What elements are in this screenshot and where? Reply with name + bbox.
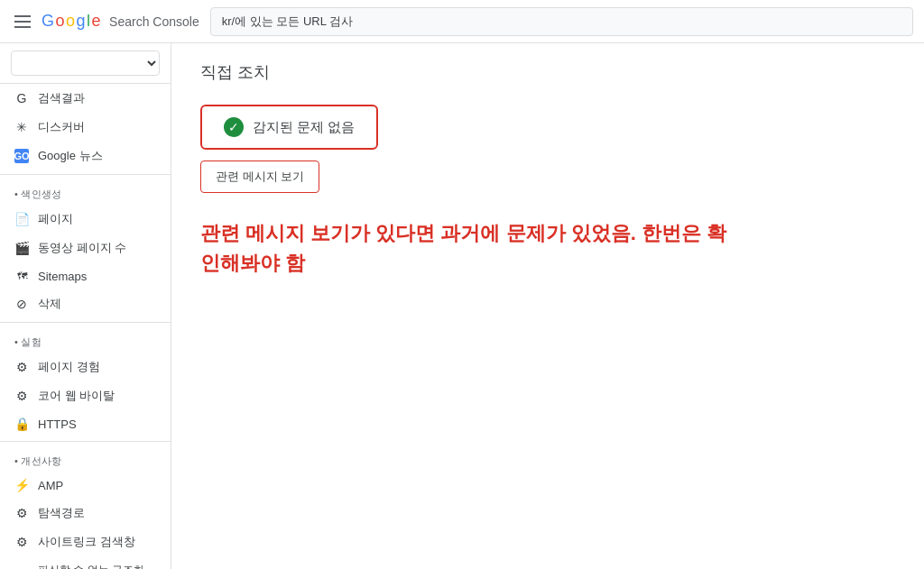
- divider1: [0, 174, 171, 175]
- sidebar-item-delete[interactable]: ⊘ 삭제: [0, 289, 163, 318]
- section-label-indexing: • 색인생성: [0, 179, 171, 205]
- page-exp-icon: ⚙: [14, 360, 29, 374]
- video-pages-icon: 🎬: [14, 241, 29, 255]
- divider3: [0, 441, 171, 442]
- sidebar-item-label: 사이트링크 검색창: [38, 534, 135, 550]
- google-news-icon: GO: [14, 149, 29, 163]
- sidebar-item-label: Sitemaps: [38, 270, 87, 283]
- google-logo: Google: [42, 12, 100, 31]
- sidebar-section-experiment: • 실험 ⚙ 페이지 경험 ⚙ 코어 웹 바이탈 🔒 HTTPS: [0, 326, 171, 437]
- sidebar-item-label: HTTPS: [38, 418, 77, 431]
- page-title: 직접 조치: [200, 61, 895, 83]
- sidebar-item-label: 디스커버: [38, 119, 85, 135]
- sidebar-item-breadcrumb[interactable]: ⚙ 탐색경로: [0, 499, 163, 528]
- related-messages-button[interactable]: 관련 메시지 보기: [200, 161, 319, 193]
- sidebar-item-label: 동영상 페이지 수: [38, 240, 126, 256]
- sidebar-item-discover[interactable]: ✳ 디스커버: [0, 113, 163, 142]
- sidebar-item-page-exp[interactable]: ⚙ 페이지 경험: [0, 353, 163, 381]
- status-label: 감지된 문제 없음: [253, 119, 355, 136]
- sidebar-item-sitemaps[interactable]: 🗺 Sitemaps: [0, 262, 163, 289]
- sidebar-item-label: AMP: [38, 479, 63, 492]
- sidebar-item-core-web[interactable]: ⚙ 코어 웹 바이탈: [0, 381, 163, 410]
- sidebar-select-wrap: [0, 43, 171, 84]
- sidebar-item-label: 페이지 경험: [38, 359, 100, 375]
- url-bar[interactable]: kr/에 있는 모든 URL 검사: [210, 7, 913, 36]
- core-web-icon: ⚙: [14, 389, 29, 403]
- sidebar-section-improvements: • 개선사항 ⚡ AMP ⚙ 탐색경로 ⚙ 사이트링크 검색창 ⚙ 파싱할 수 …: [0, 445, 171, 569]
- sidebar-item-label: 코어 웹 바이탈: [38, 388, 115, 404]
- sidebar-item-label: 파싱할 수 없는 구조화된 ...: [38, 563, 149, 569]
- sidebar: G 검색결과 ✳ 디스커버 GO Google 뉴스 • 색인생성 📄 페이지 …: [0, 43, 171, 569]
- sidebar-item-video-pages[interactable]: 🎬 동영상 페이지 수: [0, 234, 163, 262]
- sidebar-item-label: 페이지: [38, 211, 73, 227]
- sidebar-item-label: 검색결과: [38, 90, 85, 106]
- delete-icon: ⊘: [14, 297, 29, 311]
- property-select[interactable]: [11, 50, 160, 76]
- annotation-text: 관련 메시지 보기가 있다면 과거에 문제가 있었음. 한번은 확인해봐야 함: [200, 218, 742, 278]
- sidebar-item-amp[interactable]: ⚡ AMP: [0, 472, 163, 499]
- check-icon: ✓: [224, 117, 244, 137]
- topbar-left: Google Search Console: [11, 12, 199, 32]
- sitelinks-icon: ⚙: [14, 535, 29, 549]
- amp-icon: ⚡: [14, 478, 29, 492]
- breadcrumb-icon: ⚙: [14, 506, 29, 520]
- sitemaps-icon: 🗺: [14, 269, 29, 283]
- sidebar-item-label: Google 뉴스: [38, 148, 103, 164]
- pages-icon: 📄: [14, 212, 29, 226]
- search-result-icon: G: [14, 91, 29, 106]
- url-text: kr/에 있는 모든 URL 검사: [222, 14, 353, 30]
- sidebar-section-top: G 검색결과 ✳ 디스커버 GO Google 뉴스: [0, 84, 171, 170]
- sidebar-section-indexing: • 색인생성 📄 페이지 🎬 동영상 페이지 수 🗺 Sitemaps ⊘ 삭제: [0, 179, 171, 318]
- sidebar-item-sitelinks[interactable]: ⚙ 사이트링크 검색창: [0, 528, 163, 556]
- topbar: Google Search Console kr/에 있는 모든 URL 검사: [0, 0, 924, 43]
- hamburger-button[interactable]: [11, 12, 34, 32]
- main-layout: G 검색결과 ✳ 디스커버 GO Google 뉴스 • 색인생성 📄 페이지 …: [0, 43, 924, 569]
- status-card: ✓ 감지된 문제 없음: [200, 105, 378, 150]
- sidebar-item-pages[interactable]: 📄 페이지: [0, 205, 163, 234]
- discover-icon: ✳: [14, 120, 29, 134]
- content-area: 직접 조치 ✓ 감지된 문제 없음 관련 메시지 보기 관련 메시지 보기가 있…: [171, 43, 924, 569]
- divider2: [0, 322, 171, 323]
- sidebar-item-search-result[interactable]: G 검색결과: [0, 84, 163, 113]
- https-icon: 🔒: [14, 417, 29, 431]
- section-label-improvements: • 개선사항: [0, 445, 171, 472]
- section-label-experiment: • 실험: [0, 326, 171, 353]
- sidebar-item-google-news[interactable]: GO Google 뉴스: [0, 142, 163, 170]
- sidebar-item-https[interactable]: 🔒 HTTPS: [0, 410, 163, 437]
- app-title: Search Console: [109, 14, 199, 29]
- sidebar-item-label: 삭제: [38, 296, 61, 312]
- sidebar-item-label: 탐색경로: [38, 505, 85, 521]
- sidebar-item-structured[interactable]: ⚙ 파싱할 수 없는 구조화된 ...: [0, 556, 163, 569]
